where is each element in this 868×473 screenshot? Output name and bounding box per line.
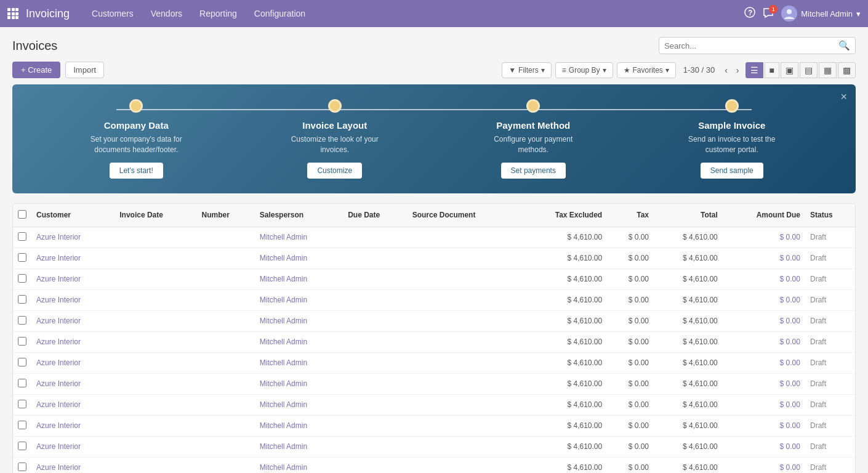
favorites-button[interactable]: ★ Favorites ▾ [617, 62, 676, 78]
col-number[interactable]: Number [196, 204, 254, 227]
row-invoice-date [115, 415, 196, 436]
row-tax: $ 0.00 [607, 394, 654, 415]
col-total[interactable]: Total [654, 204, 723, 227]
row-checkbox[interactable] [18, 463, 26, 471]
row-total: $ 4,610.00 [654, 457, 723, 473]
col-source-document[interactable]: Source Document [408, 204, 520, 227]
toolbar: + Create Import ▼ Filters ▾ ≡ Group By ▾… [12, 62, 856, 78]
row-customer[interactable]: Azure Interior [31, 415, 115, 436]
row-checkbox[interactable] [18, 442, 26, 450]
search-icon[interactable]: 🔍 [838, 40, 850, 51]
row-customer[interactable]: Azure Interior [31, 310, 115, 331]
col-customer[interactable]: Customer [31, 204, 115, 227]
table-row: Azure Interior Mitchell Admin $ 4,610.00… [13, 352, 855, 373]
invoices-table-wrapper: Customer Invoice Date Number Salesperson… [12, 203, 856, 473]
col-status[interactable]: Status [805, 204, 855, 227]
row-salesperson[interactable]: Mitchell Admin [255, 269, 343, 289]
row-checkbox[interactable] [18, 253, 26, 262]
nav-vendors[interactable]: Vendors [143, 5, 190, 22]
table-row: Azure Interior Mitchell Admin $ 4,610.00… [13, 373, 855, 394]
help-icon[interactable]: ? [744, 7, 755, 20]
row-status: Draft [805, 415, 855, 436]
nav-configuration[interactable]: Configuration [247, 5, 313, 22]
row-salesperson[interactable]: Mitchell Admin [255, 352, 343, 373]
row-customer[interactable]: Azure Interior [31, 227, 115, 248]
row-tax-excl: $ 4,610.00 [520, 248, 607, 269]
filters-dropdown-icon: ▾ [541, 66, 545, 75]
kanban-view-button[interactable]: ■ [765, 62, 779, 78]
step-btn-1[interactable]: Customize [307, 163, 362, 179]
chat-icon[interactable]: 1 [763, 7, 774, 20]
row-tax: $ 0.00 [607, 352, 654, 373]
import-button[interactable]: Import [65, 62, 104, 78]
row-salesperson[interactable]: Mitchell Admin [255, 227, 343, 248]
row-checkbox[interactable] [18, 232, 26, 241]
row-customer[interactable]: Azure Interior [31, 331, 115, 352]
row-source-doc [408, 415, 520, 436]
row-salesperson[interactable]: Mitchell Admin [255, 394, 343, 415]
create-button[interactable]: + Create [12, 62, 60, 78]
row-total: $ 4,610.00 [654, 352, 723, 373]
row-customer[interactable]: Azure Interior [31, 352, 115, 373]
step-btn-2[interactable]: Set payments [501, 163, 566, 179]
col-amount-due[interactable]: Amount Due [723, 204, 805, 227]
user-menu[interactable]: Mitchell Admin ▾ [781, 6, 861, 22]
list-view-button[interactable]: ☰ [745, 62, 763, 78]
activity-view-button[interactable]: ▩ [838, 62, 856, 78]
step-btn-0[interactable]: Let's start! [110, 163, 163, 179]
col-tax-excl[interactable]: Tax Excluded [520, 204, 607, 227]
row-customer[interactable]: Azure Interior [31, 394, 115, 415]
row-checkbox[interactable] [18, 316, 26, 325]
row-checkbox[interactable] [18, 379, 26, 387]
row-salesperson[interactable]: Mitchell Admin [255, 415, 343, 436]
row-checkbox[interactable] [18, 274, 26, 283]
row-checkbox[interactable] [18, 400, 26, 408]
step-desc-3: Send an invoice to test the customer por… [683, 134, 781, 155]
row-salesperson[interactable]: Mitchell Admin [255, 289, 343, 310]
filters-button[interactable]: ▼ Filters ▾ [502, 62, 552, 78]
row-salesperson[interactable]: Mitchell Admin [255, 436, 343, 457]
col-tax[interactable]: Tax [607, 204, 654, 227]
row-customer[interactable]: Azure Interior [31, 373, 115, 394]
col-invoice-date[interactable]: Invoice Date [115, 204, 196, 227]
row-salesperson[interactable]: Mitchell Admin [255, 331, 343, 352]
col-due-date[interactable]: Due Date [343, 204, 408, 227]
select-all-checkbox[interactable] [18, 210, 26, 219]
svg-point-12 [787, 9, 792, 14]
nav-reporting[interactable]: Reporting [192, 5, 244, 22]
row-customer[interactable]: Azure Interior [31, 436, 115, 457]
row-salesperson[interactable]: Mitchell Admin [255, 248, 343, 269]
row-checkbox[interactable] [18, 295, 26, 304]
row-salesperson[interactable]: Mitchell Admin [255, 373, 343, 394]
step-btn-3[interactable]: Send sample [701, 163, 763, 179]
row-salesperson[interactable]: Mitchell Admin [255, 310, 343, 331]
row-customer[interactable]: Azure Interior [31, 289, 115, 310]
search-input[interactable] [664, 41, 838, 51]
pivot-view-button[interactable]: ▤ [800, 62, 818, 78]
prev-page-button[interactable]: ‹ [722, 64, 730, 76]
row-source-doc [408, 331, 520, 352]
graph-view-button[interactable]: ▦ [819, 62, 837, 78]
row-customer[interactable]: Azure Interior [31, 457, 115, 473]
row-customer[interactable]: Azure Interior [31, 269, 115, 289]
row-total: $ 4,610.00 [654, 373, 723, 394]
row-customer[interactable]: Azure Interior [31, 248, 115, 269]
onboarding-close-button[interactable]: × [840, 91, 847, 103]
apps-icon[interactable] [7, 8, 18, 19]
row-status: Draft [805, 248, 855, 269]
next-page-button[interactable]: › [734, 64, 742, 76]
row-checkbox[interactable] [18, 358, 26, 366]
row-checkbox[interactable] [18, 421, 26, 429]
user-avatar [781, 6, 797, 22]
nav-customers[interactable]: Customers [84, 5, 141, 22]
row-amount-due: $ 0.00 [723, 394, 805, 415]
row-salesperson[interactable]: Mitchell Admin [255, 457, 343, 473]
page-content: Invoices 🔍 + Create Import ▼ Filters ▾ ≡… [0, 27, 868, 473]
col-salesperson[interactable]: Salesperson [255, 204, 343, 227]
row-number [196, 436, 254, 457]
row-due-date [343, 310, 408, 331]
row-checkbox[interactable] [18, 337, 26, 346]
groupby-button[interactable]: ≡ Group By ▾ [555, 62, 613, 78]
calendar-view-button[interactable]: ▣ [781, 62, 798, 78]
search-bar[interactable]: 🔍 [659, 37, 856, 54]
